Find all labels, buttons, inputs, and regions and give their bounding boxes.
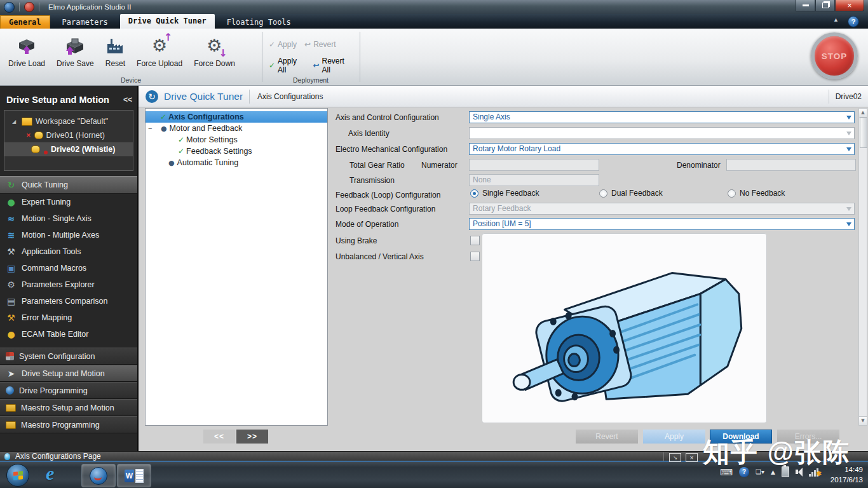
parameters-explorer-icon: ⚙ bbox=[6, 280, 17, 289]
denominator-field[interactable] bbox=[726, 159, 856, 171]
sidebar-item-quick-tuning[interactable]: ↻ Quick Tuning bbox=[0, 176, 137, 194]
numerator-field[interactable] bbox=[469, 159, 599, 171]
sidebar-item-parameters-explorer[interactable]: ⚙ Parameters Explorer bbox=[0, 276, 137, 293]
apply-check-icon: ✓ bbox=[269, 40, 275, 49]
sidebar-item-parameters-comparison[interactable]: ▤ Parameters Comparison bbox=[0, 293, 137, 309]
tree-item-motor-and-feedback[interactable]: − ● Motor and Feedback bbox=[146, 123, 327, 134]
drive-icon bbox=[31, 146, 40, 153]
minimize-button[interactable] bbox=[796, 0, 815, 11]
sidebar-item-application-tools[interactable]: ⚒ Application Tools bbox=[0, 243, 137, 260]
stop-button[interactable]: STOP bbox=[811, 32, 858, 79]
close-panel-icon[interactable]: × bbox=[686, 453, 698, 462]
sidebar-item-maestro-setup-and-motion[interactable]: Maestro Setup and Motion bbox=[0, 399, 137, 416]
using-brake-checkbox[interactable] bbox=[470, 236, 480, 245]
revert-all-button[interactable]: ↩ Revert All bbox=[310, 55, 355, 76]
sidebar-item-expert-tuning[interactable]: ● Expert Tuning bbox=[0, 194, 137, 210]
quick-stop-icon[interactable] bbox=[24, 2, 34, 12]
divider bbox=[249, 90, 250, 104]
maestro-programming-icon bbox=[6, 421, 16, 429]
sidebar-item-command-macros[interactable]: ▣ Command Macros bbox=[0, 260, 137, 276]
mode-of-operation-label: Mode of Operation bbox=[336, 219, 398, 230]
no-feedback-radio[interactable]: No Feedback bbox=[728, 189, 785, 198]
ribbon-collapse-icon[interactable]: ▲ bbox=[833, 17, 839, 23]
single-feedback-radio[interactable]: Single Feedback bbox=[470, 189, 539, 198]
workspace-tree: ◢ Workspace "Default" ✕ Drive01 (Hornet)… bbox=[4, 110, 133, 171]
breadcrumb: Axis Configurations bbox=[257, 92, 323, 101]
sidebar-item-drive-setup-and-motion[interactable]: ➤ Drive Setup and Motion bbox=[0, 365, 137, 382]
scroll-up-icon[interactable]: ▲ bbox=[859, 109, 867, 118]
main-content: ↻ Drive Quick Tuner Axis Configurations … bbox=[139, 86, 868, 451]
divider bbox=[663, 452, 664, 461]
unbalanced-label: Unbalanced / Vertical Axis bbox=[336, 252, 424, 262]
loop-feedback-dropdown[interactable]: Rotary Feedback bbox=[469, 203, 855, 215]
scroll-down-icon[interactable]: ▼ bbox=[859, 416, 867, 425]
tab-general[interactable]: General bbox=[0, 15, 50, 29]
drive-load-icon bbox=[17, 35, 37, 57]
tab-floating-tools[interactable]: Floating Tools bbox=[219, 16, 299, 29]
mode-of-operation-dropdown[interactable]: Position [UM = 5] bbox=[469, 218, 855, 230]
collapse-expander-icon[interactable]: − bbox=[148, 125, 152, 132]
sidebar-item-system-configuration[interactable]: System Configuration bbox=[0, 348, 137, 365]
sidebar-item-motion-single-axis[interactable]: ≈ Motion - Single Axis bbox=[0, 210, 137, 227]
axis-identity-dropdown[interactable] bbox=[469, 127, 855, 139]
sidebar-collapse-button[interactable]: << bbox=[123, 95, 132, 104]
apply-all-button[interactable]: ✓ Apply All bbox=[266, 55, 308, 76]
sidebar-item-ecam-table-editor[interactable]: ● ECAM Table Editor bbox=[0, 326, 137, 342]
window-controls: × bbox=[796, 0, 864, 11]
apply-footer-button[interactable]: Apply bbox=[643, 430, 705, 444]
close-button[interactable]: × bbox=[835, 0, 864, 11]
reset-factory-icon bbox=[105, 35, 125, 57]
transmission-label: Transmission bbox=[349, 175, 395, 186]
sidebar-item-drive-programming[interactable]: Drive Programming bbox=[0, 382, 137, 399]
ecam-table-editor-icon: ● bbox=[6, 330, 17, 339]
ribbon-group-device: Drive Load Drive Save Reset ⚙↑ bbox=[0, 29, 262, 85]
sidebar-header: Drive Setup and Motion << bbox=[0, 86, 137, 109]
apply-button[interactable]: ✓ Apply bbox=[266, 39, 299, 50]
total-gear-ratio-label: Total Gear Ratio bbox=[349, 160, 405, 171]
application-window: Elmo Application Studio II × General Par… bbox=[0, 0, 868, 488]
tree-item-drive01[interactable]: ✕ Drive01 (Hornet) bbox=[4, 128, 133, 142]
taskbar-item-elmo-studio[interactable] bbox=[81, 464, 116, 487]
drive-load-button[interactable]: Drive Load bbox=[3, 34, 51, 69]
taskbar-item-word[interactable]: W bbox=[117, 464, 151, 487]
sidebar-item-error-mapping[interactable]: ⚒ Error Mapping bbox=[0, 309, 137, 326]
dock-arrow-icon[interactable]: ↘ bbox=[669, 453, 681, 462]
tree-item-workspace[interactable]: ◢ Workspace "Default" bbox=[4, 114, 133, 128]
internet-explorer-icon[interactable]: e bbox=[46, 463, 54, 484]
start-button[interactable] bbox=[6, 464, 29, 487]
tab-parameters[interactable]: Parameters bbox=[54, 16, 116, 29]
tab-drive-quick-tuner[interactable]: Drive Quick Tuner bbox=[120, 14, 215, 29]
restore-button[interactable] bbox=[815, 0, 835, 11]
tree-item-axis-configurations[interactable]: ✓ Axis Configurations bbox=[146, 111, 327, 123]
tree-item-drive02[interactable]: Drive02 (Whistle) bbox=[4, 142, 133, 156]
help-button[interactable]: ? bbox=[848, 16, 859, 27]
force-upload-button[interactable]: ⚙↑ Force Upload bbox=[131, 34, 188, 69]
scrollbar-thumb[interactable] bbox=[860, 118, 867, 148]
electro-mechanical-dropdown[interactable]: Rotary Motor Rotary Load bbox=[469, 143, 855, 155]
force-down-button[interactable]: ⚙↓ Force Down bbox=[188, 34, 241, 69]
dual-feedback-radio[interactable]: Dual Feedback bbox=[599, 189, 663, 198]
sidebar-item-motion-multiple-axes[interactable]: ≋ Motion - Multiple Axes bbox=[0, 227, 137, 243]
nav-next-button[interactable]: >> bbox=[236, 430, 268, 444]
check-icon: ✓ bbox=[178, 147, 184, 156]
force-upload-icon: ⚙↑ bbox=[152, 35, 167, 57]
unbalanced-checkbox[interactable] bbox=[470, 252, 480, 261]
axis-control-dropdown[interactable]: Single Axis bbox=[469, 111, 855, 123]
nav-previous-button[interactable]: << bbox=[203, 430, 235, 444]
expander-icon[interactable]: ◢ bbox=[12, 119, 18, 125]
sidebar-item-maestro-programming[interactable]: Maestro Programming bbox=[0, 416, 137, 433]
tree-item-motor-settings[interactable]: ✓ Motor Settings bbox=[146, 134, 327, 146]
reset-button[interactable]: Reset bbox=[100, 34, 131, 69]
revert-footer-button[interactable]: Revert bbox=[576, 430, 638, 444]
drive-save-button[interactable]: Drive Save bbox=[51, 34, 100, 69]
form-scrollbar[interactable]: ▲ ▼ bbox=[858, 108, 867, 426]
tree-item-feedback-settings[interactable]: ✓ Feedback Settings bbox=[146, 146, 327, 157]
revert-button[interactable]: ↩ Revert bbox=[302, 39, 338, 50]
transmission-field[interactable]: None bbox=[469, 174, 599, 186]
divider bbox=[829, 90, 829, 104]
app-logo-icon[interactable] bbox=[4, 2, 15, 13]
tree-item-automatic-tuning[interactable]: ● Automatic Tuning bbox=[146, 157, 327, 168]
deployment-group-label: Deployment bbox=[262, 76, 359, 84]
axis-identity-label: Axis Identity bbox=[348, 128, 390, 139]
quick-access-toolbar bbox=[0, 0, 39, 14]
